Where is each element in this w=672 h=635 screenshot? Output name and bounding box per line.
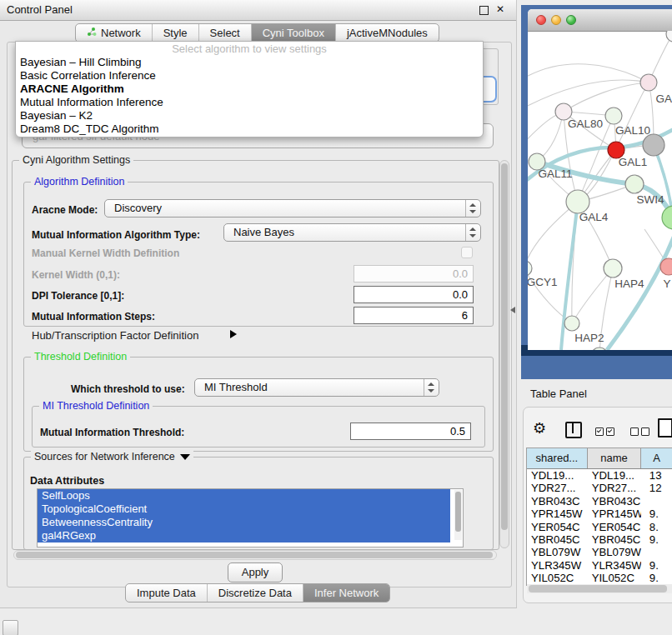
attributes-scrollbar[interactable] [454,490,462,540]
split-columns-icon[interactable] [565,422,582,438]
table-row[interactable]: YBR043CYBR043C [527,495,672,508]
node-pink[interactable] [640,74,657,91]
algorithm-option[interactable]: Dream8 DC_TDC Algorithm [16,122,483,136]
which-threshold-combo[interactable]: MI Threshold [194,378,439,397]
node-label: GAL80 [568,118,603,130]
uncheck-all-icon[interactable] [641,428,649,436]
uncheck-all-icon[interactable] [630,428,639,436]
table-row[interactable]: YLR345WYLR345W9. [527,559,672,572]
data-attributes-list: SelfLoops TopologicalCoefficient Between… [37,488,464,548]
algorithm-dropdown-list: Select algorithm to view settings Bayesi… [15,41,484,138]
tab-network[interactable]: Network [76,24,152,42]
table-row[interactable]: YER054CYER054C8. [527,521,672,533]
tab-cyni-toolbox[interactable]: Cyni Toolbox [251,24,335,42]
control-panel-tabbar: Network Style Select Cyni Toolbox jActiv… [75,23,439,42]
close-traffic-light-icon[interactable] [536,15,546,25]
tab-infer-network-label: Infer Network [314,584,379,602]
node[interactable] [591,348,608,350]
attribute-item-selected[interactable]: gal4RGexp [38,529,450,542]
attribute-item-selected[interactable]: SelfLoops [38,489,450,502]
manual-kernel-width-checkbox[interactable] [461,247,473,258]
mi-steps-field[interactable]: 6 [354,307,474,324]
node-label: HAP2 [574,332,604,344]
aracne-mode-combo[interactable]: Discovery [104,199,481,218]
combo-stepper-icon[interactable] [424,379,439,396]
threshold-definition-title: Threshold Definition [31,351,130,362]
table-scrollbar-thumb[interactable] [529,585,667,592]
float-window-icon[interactable] [479,6,489,15]
vertical-scrollbar-thumb[interactable] [501,163,508,530]
node-swi4[interactable] [625,175,644,193]
tab-impute-data[interactable]: Impute Data [126,584,207,602]
tab-jactivemnodules[interactable]: jActiveMNodules [335,24,439,42]
split-pane-collapse-icon[interactable] [510,307,515,313]
which-threshold-label: Which threshold to use: [71,383,185,395]
settings-horizontal-scrollbar[interactable] [13,550,497,560]
table-row[interactable]: YBR045CYBR045C9. [527,533,672,546]
network-canvas[interactable]: GAL GAL80 GAL10 GAL1 GAL11 SWI4 GAL4 GCY… [528,31,672,350]
import-table-icon[interactable] [658,418,672,438]
zoom-traffic-light-icon[interactable] [566,15,576,25]
control-panel: Control Panel ✕ Network Style Select Cyn… [0,0,517,608]
mi-threshold-field[interactable]: 0.5 [350,422,471,440]
control-panel-title: Control Panel [7,3,73,16]
node-gray[interactable] [643,134,664,156]
apply-button[interactable]: Apply [228,562,283,582]
node-label: GAL [655,92,672,105]
aracne-mode-value: Discovery [114,200,162,217]
node-hap4[interactable] [604,259,622,278]
table-row[interactable]: YIL052CYIL052C9. [527,572,672,584]
settings-vertical-scrollbar[interactable] [499,160,509,548]
column-header-name[interactable]: name [588,448,641,468]
network-window-titlebar[interactable] [528,9,672,32]
attribute-item-selected[interactable]: TopologicalCoefficient [38,502,450,516]
algorithm-option[interactable]: Basic Correlation Inference [16,69,483,82]
node-bright-green[interactable] [662,206,672,229]
tab-discretize-data[interactable]: Discretize Data [207,584,303,602]
combo-stepper-icon[interactable] [465,200,480,217]
tab-impute-data-label: Impute Data [137,584,196,602]
minimize-traffic-light-icon[interactable] [551,15,561,25]
combo-stepper-icon[interactable] [465,224,480,241]
check-all-icon[interactable] [606,428,614,436]
close-window-icon[interactable]: ✕ [496,3,504,15]
table-row[interactable]: YPR145WYPR145W9. [527,508,672,520]
node-gal4[interactable] [566,190,589,213]
tab-jactivemnodules-label: jActiveMNodules [347,24,428,42]
node[interactable] [666,31,672,42]
tab-select[interactable]: Select [198,24,251,42]
node-label: GAL10 [615,124,650,137]
mi-steps-label: Mutual Information Steps: [32,311,155,322]
node-salmon[interactable] [660,258,672,275]
table-row[interactable]: YDL19...YDL19...13 [527,469,672,482]
table-row[interactable]: YBL079WYBL079W [527,546,672,558]
hub-definition-expander[interactable]: Hub/Transcription Factor Definition [32,329,198,342]
column-header-shared-name[interactable]: shared... [527,448,588,468]
algorithm-option[interactable]: Bayesian – K2 [16,109,483,122]
tab-style[interactable]: Style [152,24,198,42]
check-all-icon[interactable] [595,428,604,436]
dpi-tolerance-field[interactable]: 0.0 [354,286,474,303]
node-label: Y [663,278,670,290]
horizontal-scrollbar-thumb[interactable] [16,552,493,558]
expander-right-icon[interactable] [230,330,237,338]
kernel-width-field[interactable]: 0.0 [354,265,474,282]
attribute-item-selected[interactable]: BetweennessCentrality [38,516,450,529]
which-threshold-value: MI Threshold [204,379,268,396]
table-horizontal-scrollbar[interactable] [527,584,672,593]
tab-infer-network[interactable]: Infer Network [303,584,389,602]
node-gcy1[interactable] [528,261,532,276]
column-header[interactable]: A [641,448,672,468]
mi-algorithm-type-combo[interactable]: Naive Bayes [223,223,481,242]
table-row[interactable]: YDR27...YDR27...12 [527,482,672,494]
table-panel-title: Table Panel [530,388,587,400]
node-gal10[interactable] [605,108,622,124]
panel-corner-button[interactable] [3,620,18,635]
algorithm-option[interactable]: Bayesian – Hill Climbing [16,56,483,69]
algorithm-option-highlighted[interactable]: ARACNE Algorithm [16,82,483,96]
collapse-down-icon[interactable] [180,454,190,460]
algorithm-option[interactable]: Mutual Information Inference [16,96,483,109]
node-label: HAP4 [614,278,644,290]
gear-icon[interactable]: ⚙ [533,419,546,438]
node-hap2[interactable] [564,316,579,331]
